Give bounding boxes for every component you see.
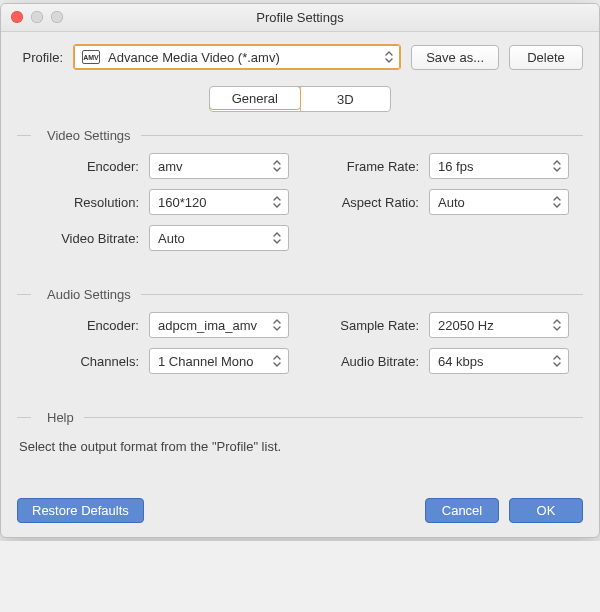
chevron-down-icon [552,319,562,331]
frame-rate-select[interactable]: 16 fps [429,153,569,179]
chevron-down-icon [552,160,562,172]
profile-label: Profile: [17,50,63,65]
tab-general[interactable]: General [209,86,301,110]
audio-settings-group: Audio Settings Encoder: adpcm_ima_amv Sa… [17,287,583,374]
profile-format-icon: AMV [82,50,100,64]
video-settings-grid: Encoder: amv Frame Rate: 16 fps Resoluti… [17,153,583,251]
help-header: Help [17,410,583,425]
video-settings-group: Video Settings Encoder: amv Frame Rate: … [17,128,583,251]
video-settings-label: Video Settings [41,128,131,143]
titlebar: Profile Settings [1,4,599,32]
profile-value: Advance Media Video (*.amv) [108,50,280,65]
video-encoder-select[interactable]: amv [149,153,289,179]
channels-label: Channels: [21,354,139,369]
profile-settings-window: Profile Settings Profile: AMV Advance Me… [0,3,600,538]
ok-button[interactable]: OK [509,498,583,523]
aspect-ratio-label: Aspect Ratio: [299,195,419,210]
chevron-down-icon [272,319,282,331]
audio-settings-grid: Encoder: adpcm_ima_amv Sample Rate: 2205… [17,312,583,374]
profile-row: Profile: AMV Advance Media Video (*.amv)… [17,44,583,70]
tab-3d[interactable]: 3D [300,87,391,111]
chevron-down-icon [552,196,562,208]
save-as-button[interactable]: Save as... [411,45,499,70]
window-traffic-lights [11,11,63,23]
video-bitrate-label: Video Bitrate: [21,231,139,246]
sample-rate-label: Sample Rate: [299,318,419,333]
video-bitrate-select[interactable]: Auto [149,225,289,251]
chevron-down-icon [384,51,394,63]
chevron-down-icon [272,355,282,367]
audio-encoder-select[interactable]: adpcm_ima_amv [149,312,289,338]
help-group: Help Select the output format from the "… [17,410,583,454]
tab-bar: General 3D [209,86,391,112]
delete-button[interactable]: Delete [509,45,583,70]
video-settings-header: Video Settings [17,128,583,143]
maximize-window-button[interactable] [51,11,63,23]
audio-bitrate-label: Audio Bitrate: [299,354,419,369]
chevron-down-icon [272,160,282,172]
channels-select[interactable]: 1 Channel Mono [149,348,289,374]
close-window-button[interactable] [11,11,23,23]
video-encoder-label: Encoder: [21,159,139,174]
cancel-button[interactable]: Cancel [425,498,499,523]
resolution-label: Resolution: [21,195,139,210]
content-area: Profile: AMV Advance Media Video (*.amv)… [1,32,599,537]
minimize-window-button[interactable] [31,11,43,23]
help-label: Help [41,410,74,425]
restore-defaults-button[interactable]: Restore Defaults [17,498,144,523]
aspect-ratio-select[interactable]: Auto [429,189,569,215]
frame-rate-label: Frame Rate: [299,159,419,174]
profile-select[interactable]: AMV Advance Media Video (*.amv) [73,44,401,70]
audio-bitrate-select[interactable]: 64 kbps [429,348,569,374]
footer: Restore Defaults Cancel OK [17,454,583,523]
resolution-select[interactable]: 160*120 [149,189,289,215]
chevron-down-icon [272,232,282,244]
chevron-down-icon [272,196,282,208]
help-text: Select the output format from the "Profi… [17,435,583,454]
sample-rate-select[interactable]: 22050 Hz [429,312,569,338]
chevron-down-icon [552,355,562,367]
window-title: Profile Settings [256,10,343,25]
audio-settings-label: Audio Settings [41,287,131,302]
audio-encoder-label: Encoder: [21,318,139,333]
audio-settings-header: Audio Settings [17,287,583,302]
